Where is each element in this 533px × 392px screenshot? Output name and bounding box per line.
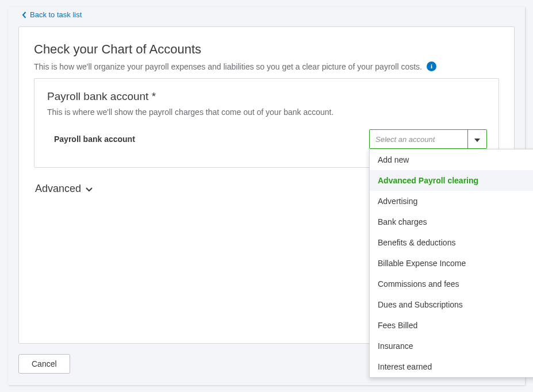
chevron-left-icon [22,11,26,18]
chevron-down-icon [86,183,93,195]
advanced-label: Advanced [35,183,81,195]
section-title: Payroll bank account * [47,90,487,103]
back-link[interactable]: Back to task list [16,8,86,21]
account-select-caret[interactable] [467,130,486,148]
main-card: Check your Chart of Accounts This is how… [18,26,515,344]
page-shell: Back to task list Check your Chart of Ac… [8,7,525,385]
cancel-button[interactable]: Cancel [18,354,70,374]
advanced-toggle[interactable]: Advanced [35,183,93,195]
field-label: Payroll bank account [54,134,135,144]
caret-down-icon [474,134,480,144]
account-dropdown-menu[interactable]: Add newAdvanced Payroll clearingAdvertis… [369,149,533,378]
dropdown-option[interactable]: Bank charges [370,212,533,232]
dropdown-option[interactable]: Advertising [370,191,533,212]
page-subtitle-row: This is how we'll organize your payroll … [34,62,499,71]
dropdown-option[interactable]: Commissions and fees [370,274,533,294]
account-select-placeholder: Select an account [370,135,467,144]
dropdown-option[interactable]: Interest earned [370,356,533,377]
dropdown-option[interactable]: Add new [370,149,533,170]
dropdown-option[interactable]: Benefits & deductions [370,232,533,253]
dropdown-option[interactable]: Billable Expense Income [370,253,533,274]
info-icon[interactable]: i [427,62,436,71]
account-select-wrap: Select an account Add newAdvanced Payrol… [369,129,487,149]
dropdown-option[interactable]: Advanced Payroll clearing [370,170,533,191]
page-title: Check your Chart of Accounts [34,42,499,57]
dropdown-option[interactable]: Dues and Subscriptions [370,294,533,315]
account-select[interactable]: Select an account [369,129,487,149]
section-desc: This is where we'll show the payroll cha… [47,107,487,117]
dropdown-option[interactable]: Insurance [370,336,533,356]
field-row: Payroll bank account Select an account A… [47,129,487,149]
back-link-label: Back to task list [30,10,82,19]
dropdown-option[interactable]: Fees Billed [370,315,533,336]
payroll-bank-account-section: Payroll bank account * This is where we'… [34,78,499,168]
page-subtitle: This is how we'll organize your payroll … [34,62,422,71]
